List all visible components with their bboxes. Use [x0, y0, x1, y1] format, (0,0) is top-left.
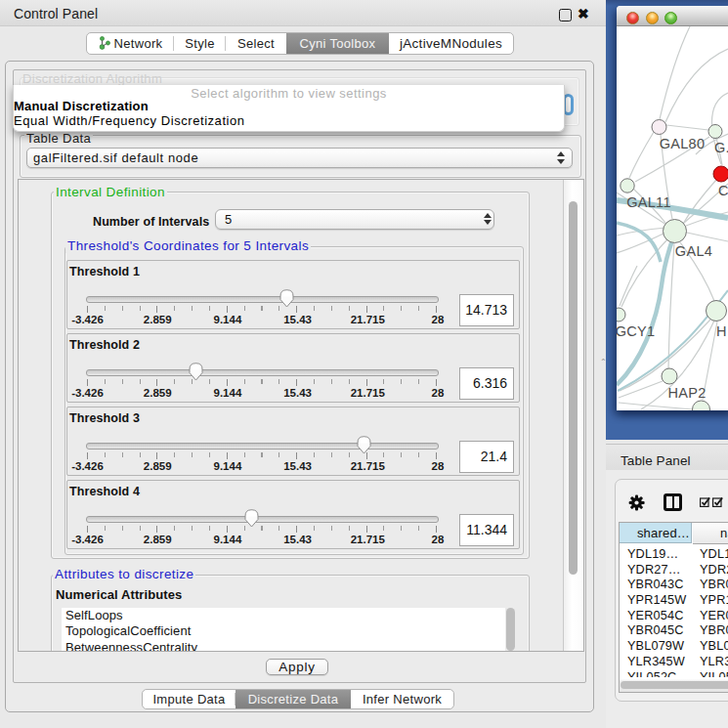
svg-text:HAP2: HAP2	[667, 385, 706, 401]
svg-text:G.: G.	[714, 140, 728, 155]
svg-text:C: C	[718, 183, 728, 198]
svg-text:GAL4: GAL4	[675, 243, 712, 259]
svg-text:GCY1: GCY1	[617, 323, 655, 339]
svg-text:GAL11: GAL11	[626, 194, 671, 210]
svg-text:GAL80: GAL80	[660, 136, 706, 151]
svg-text:H: H	[716, 323, 727, 339]
